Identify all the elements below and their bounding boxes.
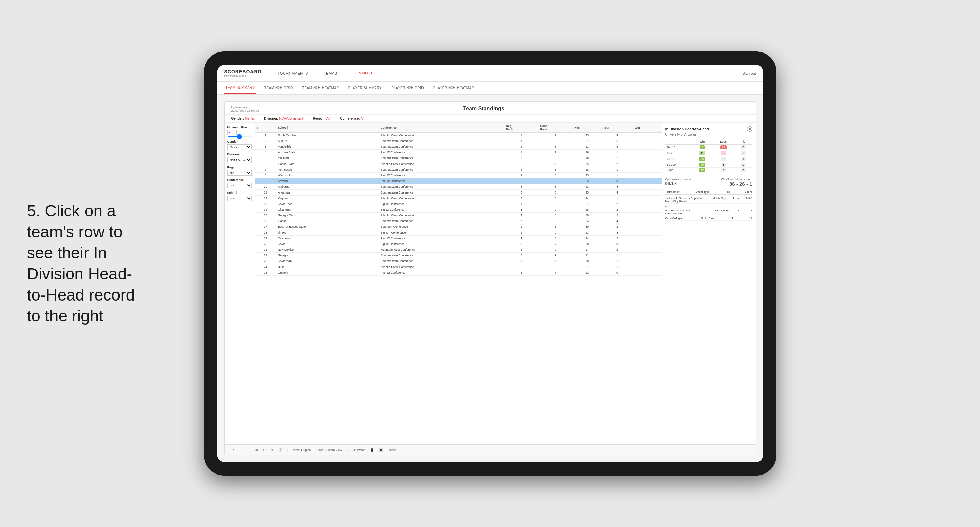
table-row[interactable]: 5 Ole Miss Southeastern Conference 3 6 1…	[255, 156, 662, 161]
toolbar-plus[interactable]: ⊕	[270, 448, 274, 452]
cell-tour: 1	[601, 156, 633, 161]
table-row[interactable]: 14 Oklahoma Big 12 Conference 3 9 26 2	[255, 207, 662, 213]
sub-nav-team-summary[interactable]: TEAM SUMMARY	[224, 83, 256, 94]
table-row[interactable]: 22 Georgia Southeastern Conference 8 7 2…	[255, 253, 662, 259]
table-row[interactable]: 21 New Mexico Mountain West Conference 1…	[255, 247, 662, 253]
table-row[interactable]: 19 California Pac-12 Conference 4 8 24 2	[255, 236, 662, 241]
toolbar-watch[interactable]: 👁 Watch	[353, 448, 365, 452]
toolbar-undo[interactable]: ↩	[231, 448, 234, 452]
cell-conf-rank: 7	[539, 241, 573, 247]
toolbar-forward[interactable]: →	[247, 448, 250, 452]
h2h-row-26-50[interactable]: 26-50 25 2 1	[665, 156, 752, 162]
cell-tour: 2	[601, 161, 633, 167]
table-row[interactable]: 6 Florida State Atlantic Coast Conferenc…	[255, 161, 662, 167]
cell-reg-rank: 1	[504, 138, 539, 144]
school-select[interactable]: (All)	[227, 195, 252, 201]
sign-out-link[interactable]: | Sign out	[740, 71, 756, 75]
division-select[interactable]: NCAA Division I	[227, 157, 252, 163]
cell-rds: 21	[573, 253, 601, 259]
conference-filter-label: Conference: All	[340, 117, 364, 121]
toolbar-share[interactable]: Share	[388, 448, 396, 452]
cell-school: Florida	[277, 218, 379, 224]
table-row[interactable]: 23 Texas A&M Southeastern Conference 9 1…	[255, 259, 662, 264]
region-select[interactable]: N/A	[227, 170, 252, 176]
region-filter-value[interactable]: All	[326, 117, 330, 121]
table-row[interactable]: 15 Georgia Tech Atlantic Coast Conferenc…	[255, 213, 662, 218]
table-row[interactable]: 16 Florida Southeastern Conference 7 9 2…	[255, 218, 662, 224]
cell-rds: 23	[573, 133, 601, 138]
table-row[interactable]: 8 Washington Pac-12 Conference 2 8 23 1	[255, 173, 662, 178]
table-row[interactable]: 9 Arizona Pac-12 Conference 5 8 23 3	[255, 178, 662, 184]
close-button[interactable]: ✕	[747, 126, 752, 132]
cell-rds: 30	[573, 259, 601, 264]
table-row[interactable]: 1 North Carolina Atlantic Coast Conferen…	[255, 133, 662, 138]
table-row[interactable]: 7 Tennessee Southeastern Conference 4 6 …	[255, 167, 662, 173]
h2h-row-51-100[interactable]: 51-100 20 3 0	[665, 162, 752, 168]
toolbar-cut[interactable]: ✂	[263, 448, 266, 452]
nav-committee[interactable]: COMMITTEE	[350, 69, 379, 78]
sub-nav-team-h2h-heatmap[interactable]: TEAM H2H HEATMAP	[301, 83, 340, 93]
table-row[interactable]: 20 Texas Big 12 Conference 3 7 20 3	[255, 241, 662, 247]
sub-nav-player-h2h-heatmap[interactable]: PLAYER H2H HEATMAP	[432, 83, 476, 93]
toolbar-grid2[interactable]: 🔳	[379, 448, 383, 452]
cell-rds: 23	[573, 178, 601, 184]
table-row[interactable]: 17 East Tennessee State Southern Confere…	[255, 224, 662, 230]
cell-conference: Big 12 Conference	[379, 207, 504, 213]
h2h-row-11-25[interactable]: 11-25 11 8 0	[665, 151, 752, 156]
tournament-row-3: Cabo Collegiate Stroke Play 11 17	[665, 216, 752, 221]
cell-rds: 24	[573, 195, 601, 201]
col-conf-rank: ConfRank	[539, 123, 573, 133]
cell-rank: 14	[255, 207, 277, 213]
tablet-screen: SCOREBOARD Powered by clippd TOURNAMENTS…	[218, 65, 763, 462]
cell-win	[633, 144, 661, 150]
table-row[interactable]: 24 Duke Atlantic Coast Conference 5 9 27…	[255, 264, 662, 270]
toolbar-view-original[interactable]: View: Original	[293, 448, 312, 452]
table-row[interactable]: 11 Arkansas Southeastern Conference 6 8 …	[255, 190, 662, 195]
cell-conference: Southeastern Conference	[379, 190, 504, 195]
cell-school: East Tennessee State	[277, 224, 379, 230]
nav-teams[interactable]: TEAMS	[321, 70, 340, 77]
tablet-frame: SCOREBOARD Powered by clippd TOURNAMENTS…	[204, 51, 776, 476]
h2h-tie-51-100: 0	[734, 162, 752, 168]
cell-reg-rank: 2	[504, 144, 539, 150]
table-row[interactable]: 25 Oregon Pac-12 Conference 5 7 21 0	[255, 270, 662, 276]
toolbar-save-custom[interactable]: Save Custom View	[317, 448, 342, 452]
division-filter-label: Division: NCAA Division I	[264, 117, 303, 121]
gender-filter-value[interactable]: Men's	[245, 117, 254, 121]
toolbar-mobile[interactable]: 📱	[370, 448, 374, 452]
sub-nav-player-h2h-grid[interactable]: PLAYER H2H GRID	[390, 83, 425, 93]
table-row[interactable]: 2 Auburn Southeastern Conference 1 9 27 …	[255, 138, 662, 144]
table-row[interactable]: 18 Illinois Big Ten Conference 1 9 23 3	[255, 230, 662, 236]
table-row[interactable]: 10 Alabama Southeastern Conference 5 8 2…	[255, 184, 662, 190]
cell-tour: 3	[601, 230, 633, 236]
cell-reg-rank: 5	[504, 264, 539, 270]
cell-reg-rank: 2	[504, 173, 539, 178]
min-rounds-slider[interactable]	[227, 136, 252, 137]
sub-nav-player-summary[interactable]: PLAYER SUMMARY	[347, 83, 383, 93]
opponents-label: Opponents in division: 99.1%	[665, 178, 694, 187]
toolbar-back[interactable]: ←	[239, 448, 242, 452]
tournament-row-sep: 1	[665, 203, 752, 208]
table-row[interactable]: 3 Vanderbilt Southeastern Conference 2 8…	[255, 144, 662, 150]
table-row[interactable]: 4 Arizona State Pac-12 Conference 1 9 26…	[255, 150, 662, 156]
h2h-row-gt100[interactable]: >100 27 0 0	[665, 168, 752, 173]
conference-filter-value[interactable]: All	[361, 117, 364, 121]
cell-win	[633, 218, 661, 224]
sub-nav-team-h2h-grid[interactable]: TEAM H2H GRID	[263, 83, 294, 93]
nav-tournaments[interactable]: TOURNAMENTS	[275, 70, 311, 77]
division-filter-value[interactable]: NCAA Division I	[279, 117, 303, 121]
conference-select[interactable]: (All)	[227, 183, 252, 189]
gender-select[interactable]: Men's	[227, 144, 252, 150]
cell-tour: 1	[601, 167, 633, 173]
cell-reg-rank: 1	[504, 224, 539, 230]
h2h-label-gt100: >100	[665, 168, 692, 173]
table-row[interactable]: 13 Texas Tech Big 12 Conference 1 9 27 2	[255, 201, 662, 207]
cell-rank: 2	[255, 138, 277, 144]
cell-conference: Southeastern Conference	[379, 144, 504, 150]
h2h-row-top10[interactable]: Top 10 3 13 0	[665, 145, 752, 151]
toolbar-clock[interactable]: 🕐	[278, 448, 282, 452]
h2h-win-gt100: 27	[692, 168, 713, 173]
toolbar-grid[interactable]: ⊞	[255, 448, 258, 452]
table-row[interactable]: 12 Virginia Atlantic Coast Conference 3 …	[255, 195, 662, 201]
cell-rds: 23	[573, 230, 601, 236]
